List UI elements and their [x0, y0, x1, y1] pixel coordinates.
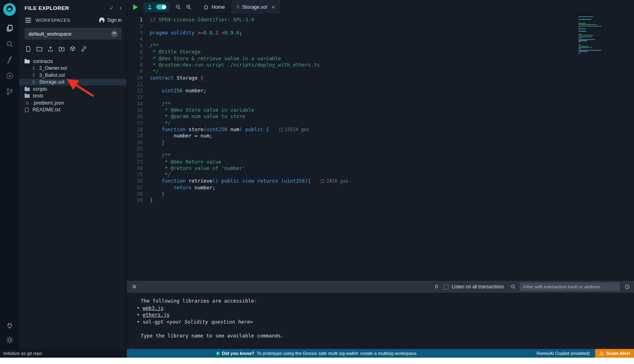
new-file-icon[interactable]: [25, 46, 31, 53]
code-line[interactable]: /**: [150, 101, 634, 107]
file-tree-item[interactable]: SStorage.sol: [19, 79, 126, 86]
terminal-line: Type the library name to see available c…: [131, 332, 634, 339]
upload-file-icon[interactable]: [48, 46, 53, 53]
close-tab-icon[interactable]: ×: [271, 4, 275, 10]
file-tree-item[interactable]: tests: [19, 93, 126, 100]
code-line[interactable]: number = num;: [150, 133, 634, 139]
code-line[interactable]: }: [150, 191, 634, 197]
line-number: 6: [127, 49, 143, 55]
code-line[interactable]: // SPDX-License-Identifier: GPL-3.0: [150, 17, 634, 23]
file-name: scripts: [33, 86, 47, 92]
tab-home[interactable]: Home: [197, 0, 231, 14]
scam-alert-label: Scam Alert: [606, 351, 630, 356]
transaction-filter-input[interactable]: [520, 282, 620, 291]
copilot-group: [143, 2, 170, 12]
library-link[interactable]: web3.js: [143, 305, 164, 311]
file-tree-item[interactable]: S2_Owner.sol: [19, 65, 126, 72]
code-line[interactable]: * @return value of 'number': [150, 165, 634, 172]
code-line[interactable]: [150, 146, 634, 152]
solidity-compiler-icon[interactable]: [4, 55, 15, 65]
plugin-manager-icon[interactable]: [4, 320, 15, 331]
code-line[interactable]: * @dev Store & retrieve value in a varia…: [150, 55, 634, 62]
code-line[interactable]: uint256 number;: [150, 88, 634, 94]
code-line[interactable]: * @dev Return value: [150, 159, 634, 165]
code-line[interactable]: [150, 23, 634, 29]
code-line[interactable]: }: [150, 139, 634, 146]
code-editor[interactable]: 1234567891011121314151617181920212223242…: [127, 14, 634, 281]
code-line[interactable]: * @custom:dev-run-script ./scripts/deplo…: [150, 62, 634, 68]
main-area: Home S Storage.sol × 1234567891011121314…: [127, 0, 634, 349]
chevron-right-icon[interactable]: ›: [120, 5, 122, 11]
transaction-count: 0: [435, 284, 438, 290]
terminal-line: The following libraries are accessible:: [131, 297, 634, 305]
listen-all-transactions-checkbox[interactable]: [443, 284, 449, 290]
gas-estimate-icon: [279, 128, 283, 131]
file-tree-item[interactable]: README.txt: [19, 107, 126, 114]
code-line[interactable]: contract Storage {: [150, 75, 634, 81]
code-line[interactable]: /**: [150, 42, 634, 49]
deploy-run-icon[interactable]: [4, 71, 15, 81]
code-line[interactable]: */: [150, 68, 634, 74]
expand-terminal-icon[interactable]: [132, 284, 137, 290]
workspace-options-icon[interactable]: [111, 30, 118, 37]
tab-storage-sol[interactable]: S Storage.sol ×: [231, 0, 281, 14]
upload-folder-icon[interactable]: [59, 46, 65, 53]
file-icon: S: [31, 80, 36, 84]
terminal-output[interactable]: The following libraries are accessible: …: [127, 293, 634, 349]
code-line[interactable]: * @param num value to store: [150, 113, 634, 120]
icon-sidebar: [0, 0, 19, 349]
file-tree-item[interactable]: {}.prettierrc.json: [19, 99, 126, 107]
file-tree-item[interactable]: S3_Ballot.sol: [19, 72, 126, 79]
publish-ipfs-icon[interactable]: [70, 46, 76, 53]
zoom-in-icon[interactable]: [185, 4, 192, 10]
code-line[interactable]: function store(uint256 num) public {2251…: [150, 126, 634, 133]
code-line[interactable]: /**: [150, 152, 634, 158]
zoom-out-icon[interactable]: [175, 4, 181, 10]
file-name: .prettierrc.json: [32, 100, 64, 106]
new-folder-icon[interactable]: [36, 46, 42, 53]
run-script-button[interactable]: [133, 4, 138, 10]
git-icon[interactable]: [4, 86, 15, 97]
file-name: contracts: [33, 59, 53, 64]
code-line[interactable]: [150, 94, 634, 101]
remix-logo[interactable]: [3, 3, 16, 16]
line-number: 2: [127, 23, 143, 29]
link-icon[interactable]: [81, 46, 87, 53]
file-tree-item[interactable]: contracts: [19, 58, 126, 65]
folder-icon: [25, 88, 30, 91]
copilot-icon: [147, 4, 153, 10]
minimap[interactable]: [579, 16, 603, 55]
terminal-search-icon[interactable]: [510, 284, 516, 290]
copilot-status[interactable]: RemixAI Copilot (enabled): [537, 351, 590, 356]
line-number: 3: [127, 30, 143, 36]
copilot-toggle[interactable]: [156, 4, 166, 10]
file-icon: S: [31, 73, 36, 77]
code-line[interactable]: * @dev Store value in variable: [150, 107, 634, 113]
history-clock-icon[interactable]: [624, 284, 630, 290]
workspace-selector[interactable]: default_workspace: [25, 28, 122, 40]
code-line[interactable]: }: [150, 197, 634, 204]
code-line[interactable]: pragma solidity >=0.8.2 <0.9.0;: [150, 30, 634, 36]
sign-in-button[interactable]: Sign in: [99, 17, 122, 23]
file-explorer-icon[interactable]: [4, 23, 15, 33]
code-line[interactable]: */: [150, 120, 634, 126]
file-name: README.txt: [32, 107, 60, 112]
home-icon: [203, 4, 209, 10]
code-line[interactable]: */: [150, 172, 634, 178]
code-line[interactable]: function retrieve() public view returns …: [150, 178, 634, 184]
git-init-status[interactable]: Initialize as git repo: [3, 351, 42, 356]
line-number: 9: [127, 68, 143, 74]
workspaces-menu-icon[interactable]: [25, 20, 31, 21]
scam-alert-button[interactable]: Scam Alert: [595, 349, 634, 358]
warning-icon: [599, 351, 604, 356]
line-number: 14: [127, 101, 143, 107]
settings-gear-icon[interactable]: [4, 335, 15, 345]
library-link[interactable]: ethers.js: [143, 312, 170, 318]
code-line[interactable]: [150, 81, 634, 88]
file-tree-item[interactable]: scripts: [19, 86, 126, 93]
search-icon[interactable]: [4, 39, 15, 49]
code-line[interactable]: return number;: [150, 185, 634, 191]
code-line[interactable]: * @title Storage: [150, 49, 634, 55]
editor-gutter: 1234567891011121314151617181920212223242…: [127, 17, 150, 281]
code-line[interactable]: [150, 36, 634, 42]
